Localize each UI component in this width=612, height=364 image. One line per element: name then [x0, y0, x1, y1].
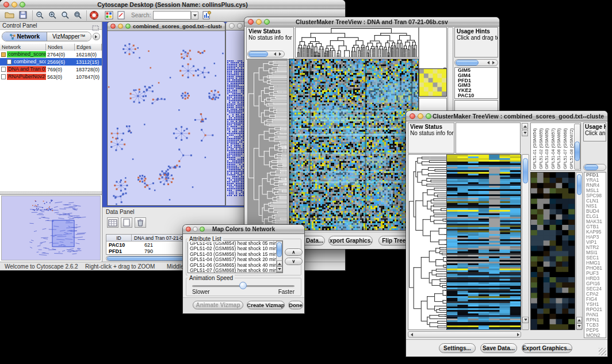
scroll-up-icon[interactable]: [576, 317, 582, 323]
close-button[interactable]: [248, 19, 254, 25]
minimize-button[interactable]: [237, 23, 243, 29]
cytoscape-titlebar[interactable]: Cytoscape Desktop (Session Name: collins…: [0, 0, 345, 9]
zoom-selected-icon[interactable]: [61, 11, 70, 22]
column-label[interactable]: GPL51-07 (GSM868): [563, 128, 569, 169]
delete-attribute-icon[interactable]: [135, 217, 146, 228]
close-button[interactable]: [3, 2, 9, 7]
minimize-button[interactable]: [418, 113, 423, 119]
column-header[interactable]: Network: [0, 44, 46, 51]
bottom-hscrollbar[interactable]: [408, 331, 521, 338]
close-button[interactable]: [110, 24, 116, 29]
zoom-heatmap-canvas[interactable]: [419, 69, 446, 96]
column-label[interactable]: GPL51-01 (GSM854): [532, 128, 538, 169]
scroll-down-icon[interactable]: [522, 130, 528, 136]
speed-slider-thumb[interactable]: [239, 282, 247, 289]
column-label[interactable]: GPL51-04 (GSM857): [550, 128, 557, 169]
scrollbar-thumb[interactable]: [248, 51, 268, 57]
birdseye-view[interactable]: [1, 196, 101, 260]
scrollbar-thumb[interactable]: [456, 60, 479, 66]
save-session-icon[interactable]: [19, 11, 27, 21]
zoom-heatmap-panel[interactable]: [419, 68, 447, 97]
move-up-button[interactable]: ∧: [285, 248, 303, 256]
gene-label[interactable]: MON2: [584, 333, 606, 338]
open-session-icon[interactable]: [5, 11, 14, 21]
annotation-icon[interactable]: [117, 11, 125, 22]
column-header[interactable]: Edges: [75, 44, 102, 51]
minimize-button[interactable]: [256, 19, 262, 25]
gtr-hscrollbar[interactable]: [247, 51, 285, 58]
network-stats-icon[interactable]: [202, 10, 211, 22]
scrollbar-thumb[interactable]: [584, 164, 598, 170]
network-list-row[interactable]: combined_sco 2569(6) 13112(15): [0, 58, 102, 66]
network-list-row[interactable]: RNAPuberNov2+ 563(0) 107847(0): [0, 73, 102, 81]
zoom-window-button[interactable]: [125, 24, 131, 29]
zoom-heatmap-panel[interactable]: [530, 172, 575, 330]
global-heatmap-canvas[interactable]: [289, 59, 418, 230]
birdseye-canvas[interactable]: [2, 196, 100, 260]
scrollbar-thumb[interactable]: [523, 158, 528, 183]
network-list-row[interactable]: DNA and Tran 07 769(0) 183728(0): [0, 66, 102, 73]
column-dendrogram-panel[interactable]: [295, 27, 419, 58]
row-dendrogram-canvas[interactable]: [408, 155, 447, 329]
zoom-window-button[interactable]: [426, 113, 431, 119]
close-button[interactable]: [186, 227, 191, 232]
scrollbar-thumb[interactable]: [575, 141, 580, 161]
help-lifering-icon[interactable]: [89, 10, 99, 22]
treeview2-titlebar[interactable]: ClusterMaker TreeView : combined_scores_…: [406, 111, 607, 121]
minimize-button[interactable]: [193, 227, 198, 232]
column-label[interactable]: GPL51-06 (GSM865): [556, 128, 563, 169]
minimize-button[interactable]: [118, 24, 123, 29]
dense-network-view[interactable]: [227, 60, 244, 196]
row-dendrogram-canvas[interactable]: [248, 59, 287, 230]
zoom-in-icon[interactable]: [48, 11, 57, 22]
zoom-window-button[interactable]: [200, 227, 205, 232]
network-view-titlebar[interactable]: combined_scores_good.txt--cluste...: [108, 22, 225, 31]
network-view-window[interactable]: combined_scores_good.txt--cluste...: [107, 21, 225, 206]
list-vscrollbar[interactable]: [276, 241, 282, 273]
zoom-out-icon[interactable]: [36, 11, 44, 22]
zoom-vscrollbar[interactable]: [576, 172, 583, 330]
move-down-button[interactable]: ∨: [285, 258, 303, 265]
resize-grip[interactable]: [599, 348, 606, 355]
new-attribute-icon[interactable]: [121, 217, 132, 228]
search-input[interactable]: [153, 11, 191, 20]
scroll-down-icon[interactable]: [522, 317, 529, 323]
scrollbar-thumb[interactable]: [277, 242, 282, 257]
global-heatmap-panel[interactable]: [289, 59, 419, 231]
create-vizmap-button[interactable]: Create Vizmap: [247, 301, 285, 309]
column-dendrogram-canvas[interactable]: [296, 28, 418, 57]
export-graphics-button[interactable]: Export Graphics...: [522, 343, 572, 353]
column-header[interactable]: Nodes: [46, 44, 75, 51]
scroll-right-icon[interactable]: [515, 332, 521, 337]
vizmapper-icon[interactable]: [105, 11, 113, 22]
tab-vizmapper[interactable]: VizMapper™: [47, 32, 91, 41]
id-column-header[interactable]: ID: [106, 235, 132, 242]
zoom-fit-icon[interactable]: [74, 11, 82, 22]
export-graphics-button[interactable]: Export Graphics...: [328, 236, 373, 246]
scroll-down-icon[interactable]: [576, 323, 582, 329]
scroll-right-icon[interactable]: [491, 60, 497, 66]
close-button[interactable]: [410, 113, 415, 119]
zoom-hscrollbar[interactable]: [583, 164, 606, 171]
settings-button[interactable]: Settings...: [439, 343, 476, 353]
heatmap-vscrollbar[interactable]: [522, 154, 529, 330]
done-button[interactable]: Done: [288, 301, 303, 309]
zoom-hscrollbar[interactable]: [454, 59, 498, 66]
scroll-up-icon[interactable]: [277, 260, 282, 266]
global-heatmap-panel[interactable]: [446, 154, 521, 330]
dialog-titlebar[interactable]: Map Colors to Network: [183, 225, 304, 234]
global-heatmap-canvas[interactable]: [447, 155, 521, 329]
float-panel-icon[interactable]: [92, 23, 99, 33]
save-data-button[interactable]: Save Data...: [480, 343, 517, 353]
column-label[interactable]: GPL51-03 (GSM856): [544, 128, 550, 169]
labels-vscrollbar[interactable]: [574, 124, 580, 170]
panel-divider[interactable]: [0, 191, 102, 195]
scroll-left-icon[interactable]: [408, 332, 414, 337]
select-attributes-icon[interactable]: [107, 217, 118, 228]
close-button[interactable]: [229, 23, 235, 29]
search-dropdown-icon[interactable]: [191, 12, 198, 20]
row-label[interactable]: PAC10: [455, 93, 498, 98]
treeview1-titlebar[interactable]: ClusterMaker TreeView : DNA and Tran 07-…: [244, 17, 499, 26]
row-dendrogram-panel[interactable]: [408, 154, 447, 330]
column-label[interactable]: GPL51-02 (GSM855): [538, 128, 545, 169]
